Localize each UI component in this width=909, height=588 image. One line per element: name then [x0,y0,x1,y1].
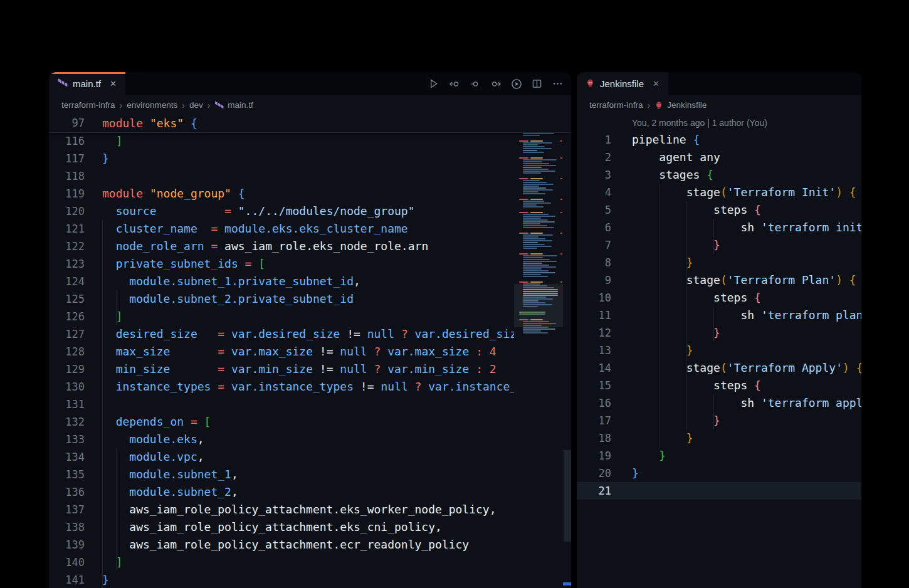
line-number[interactable]: 16 [577,394,611,412]
more-actions-icon[interactable] [552,78,564,90]
line-number[interactable]: 131 [49,396,85,413]
line-number[interactable]: 125 [49,290,85,308]
line-number[interactable]: 1 [577,131,611,149]
line-number[interactable]: 139 [49,536,85,554]
line-number[interactable]: 135 [49,466,85,483]
tab-close-icon[interactable]: ✕ [110,79,117,88]
code-line-15[interactable]: 15 steps { [577,377,861,394]
line-number[interactable]: 20 [577,465,611,482]
tab-close-icon[interactable]: ✕ [653,79,659,88]
line-number[interactable]: 124 [49,273,85,290]
code-line-141[interactable]: 141} [49,571,514,588]
code-line-18[interactable]: 18 } [577,429,861,447]
breadcrumb-item-jenkinsfile[interactable]: Jenkinsfile [654,100,707,110]
code-line-132[interactable]: 132 depends_on = [ [49,413,514,431]
code-line-135[interactable]: 135 module.subnet_1, [49,466,514,483]
code-line-3[interactable]: 3 stages { [577,166,861,184]
code-editor-main-tf[interactable]: 97module "eks" { 116 ]117}118119module "… [49,115,571,588]
code-line-118[interactable]: 118 [49,167,514,185]
code-line-20[interactable]: 20} [577,465,861,482]
line-number[interactable]: 13 [577,342,611,359]
line-number[interactable]: 137 [49,501,85,518]
line-number[interactable]: 123 [49,255,85,273]
line-number[interactable]: 128 [49,343,85,360]
breadcrumb-item-dev[interactable]: dev [189,100,203,110]
minimap-viewport[interactable] [514,284,563,327]
line-number[interactable]: 138 [49,518,85,536]
line-number[interactable]: 18 [577,429,611,447]
code-line-138[interactable]: 138 aws_iam_role_policy_attachment.eks_c… [49,518,514,536]
line-number[interactable]: 9 [577,271,611,289]
line-number[interactable]: 8 [577,254,611,271]
line-number[interactable]: 126 [49,308,85,325]
navigate-back-icon[interactable] [448,78,460,90]
line-number[interactable]: 140 [49,554,85,571]
code-line-11[interactable]: 11 sh 'terraform plan' [577,307,861,324]
line-number[interactable]: 5 [577,201,611,219]
breadcrumb-item-terraform-infra[interactable]: terraform-infra [61,100,115,110]
line-number[interactable]: 119 [49,185,85,202]
line-number[interactable]: 132 [49,413,85,431]
code-line-120[interactable]: 120 source = "../../modules/node_group" [49,202,514,220]
minimap[interactable] [514,115,563,588]
line-number[interactable]: 15 [577,377,611,394]
commit-icon[interactable] [469,78,481,90]
code-line-128[interactable]: 128 max_size = var.max_size != null ? va… [49,343,514,360]
code-line-129[interactable]: 129 min_size = var.min_size != null ? va… [49,360,514,378]
tab-jenkinsfile[interactable]: Jenkinsfile ✕ [577,72,668,95]
code-line-136[interactable]: 136 module.subnet_2, [49,483,514,501]
code-line-139[interactable]: 139 aws_iam_role_policy_attachment.ecr_r… [49,536,514,554]
code-line-9[interactable]: 9 stage('Terraform Plan') { [577,271,861,289]
line-number[interactable]: 2 [577,149,611,166]
code-line-14[interactable]: 14 stage('Terraform Apply') { [577,359,861,377]
run-icon[interactable] [428,78,439,90]
code-line-131[interactable]: 131 [49,396,514,413]
tab-main-tf[interactable]: main.tf ✕ [49,72,125,95]
line-number[interactable]: 116 [49,132,85,150]
sticky-scroll-line[interactable]: 97module "eks" { [49,115,571,133]
line-number[interactable]: 133 [49,431,85,448]
code-line-123[interactable]: 123 private_subnet_ids = [ [49,255,514,273]
code-line-8[interactable]: 8 } [577,254,861,271]
line-number[interactable]: 10 [577,289,611,307]
code-line-130[interactable]: 130 instance_types = var.instance_types … [49,378,514,396]
line-number[interactable]: 141 [49,571,85,588]
line-number[interactable]: 130 [49,378,85,396]
code-line-6[interactable]: 6 sh 'terraform init' [577,219,861,236]
breadcrumb-item-environments[interactable]: environments [127,100,177,110]
line-number[interactable]: 14 [577,359,611,377]
code-line-127[interactable]: 127 desired_size = var.desired_size != n… [49,325,514,343]
code-line-13[interactable]: 13 } [577,342,861,359]
code-line-133[interactable]: 133 module.eks, [49,431,514,448]
code-line-7[interactable]: 7 } [577,236,861,254]
code-line-10[interactable]: 10 steps { [577,289,861,307]
line-number[interactable]: 136 [49,483,85,501]
breadcrumb-item-terraform-infra[interactable]: terraform-infra [589,100,643,110]
code-line-19[interactable]: 19 } [577,447,861,465]
line-number[interactable]: 6 [577,219,611,236]
split-editor-icon[interactable] [531,78,543,90]
code-line-117[interactable]: 117} [49,150,514,167]
code-line-116[interactable]: 116 ] [49,132,514,150]
line-number[interactable]: 120 [49,202,85,220]
code-line-97[interactable]: 97module "eks" { [49,115,571,132]
line-number[interactable]: 3 [577,166,611,184]
code-line-2[interactable]: 2 agent any [577,149,861,166]
run-below-icon[interactable] [510,78,522,90]
code-line-5[interactable]: 5 steps { [577,201,861,219]
code-lines[interactable]: 116 ]117}118119module "node_group" {120 … [49,132,514,588]
code-line-126[interactable]: 126 ] [49,308,514,325]
line-number[interactable]: 12 [577,324,611,342]
line-number[interactable]: 4 [577,184,611,201]
code-lines[interactable]: 1pipeline {2 agent any3 stages {4 stage(… [577,131,861,500]
vertical-scrollbar-thumb[interactable] [564,450,571,542]
line-number[interactable]: 19 [577,447,611,465]
line-number[interactable]: 134 [49,448,85,466]
line-number[interactable]: 7 [577,236,611,254]
code-line-124[interactable]: 124 module.subnet_1.private_subnet_id, [49,273,514,290]
code-line-119[interactable]: 119module "node_group" { [49,185,514,202]
line-number[interactable]: 11 [577,307,611,324]
breadcrumb-item-main-tf[interactable]: main.tf [214,100,253,110]
code-editor-jenkinsfile[interactable]: You, 2 months ago | 1 author (You) 1pipe… [577,115,861,588]
line-number[interactable]: 21 [577,482,611,500]
